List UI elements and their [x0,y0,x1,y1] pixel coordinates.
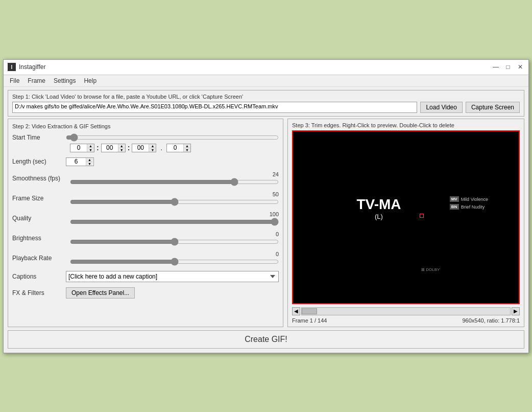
smoothness-slider[interactable] [70,178,279,186]
playback-row: Playback Rate 0 [12,251,279,266]
time-minutes-input[interactable] [102,144,118,152]
title-bar: I Instagiffer — □ ✕ [4,60,528,75]
tv-ma-rating: TV-MA [356,196,401,213]
tv-ma-label: TV-MA (L) [356,196,401,221]
time-seconds-input[interactable] [132,144,149,152]
brightness-row: Brightness 0 [12,231,279,246]
frame-size-value: 50 [70,191,279,197]
time-ms-spin: ▲ ▼ [166,144,191,152]
badge-mv-code: MV [450,196,459,202]
start-time-label: Start Time [12,134,66,141]
dot-separator: . [158,144,164,152]
scroll-left-button[interactable]: ◀ [292,307,300,315]
minimize-button[interactable]: — [492,63,500,71]
menu-help[interactable]: Help [80,76,101,85]
scrollbar-track[interactable] [301,307,511,315]
length-up[interactable]: ▲ [86,158,93,162]
captions-select[interactable]: [Click here to add a new caption] [66,271,279,282]
length-row: Length (sec) ▲ ▼ [12,157,279,166]
frame-size-label: Frame Size [12,195,66,202]
time-hours-input[interactable] [70,144,87,152]
menu-settings[interactable]: Settings [50,76,80,85]
load-video-button[interactable]: Load Video [420,102,463,113]
frame-size-slider-container: 50 [70,191,279,206]
step1-label: Step 1: Click 'Load Video' to browse for… [12,94,520,100]
scrollbar-thumb[interactable] [302,308,317,314]
time-minutes-down[interactable]: ▼ [118,148,125,152]
length-input[interactable] [66,158,86,166]
smoothness-slider-container: 24 [70,171,279,186]
length-down[interactable]: ▼ [86,162,93,166]
quality-slider-container: 100 [70,211,279,226]
capture-screen-button[interactable]: Capture Screen [466,102,520,113]
time-minutes-up[interactable]: ▲ [118,144,125,148]
frame-info: Frame 1 / 144 [292,317,327,324]
close-button[interactable]: ✕ [516,63,524,71]
window-title: Instagiffer [19,63,492,71]
smoothness-row: Smoothness (fps) 24 [12,171,279,186]
app-icon: I [8,63,16,71]
red-dot-marker [420,214,424,218]
badge-mv-text: Mild Violence [461,197,488,202]
right-panel: Step 3: Trim edges. Right-Click to previ… [287,119,524,327]
smoothness-label: Smoothness (fps) [12,175,66,182]
time-hours-up[interactable]: ▲ [87,144,94,148]
file-path-display: D:/v makes gifs/to be giffed/alice/We.Ar… [12,102,417,113]
video-content: TV-MA (L) MV Mild Violence BN Brief Nudi… [293,131,519,303]
smoothness-value: 24 [70,171,279,177]
rating-badges: MV Mild Violence BN Brief Nudity [450,196,488,210]
badge-bn-code: BN [450,204,459,210]
scroll-right-button[interactable]: ▶ [512,307,520,315]
captions-row: Captions [Click here to add a new captio… [12,271,279,282]
badge-bn: BN Brief Nudity [450,204,488,210]
frame-info-row: Frame 1 / 144 960x540, ratio: 1.778:1 [288,316,524,327]
quality-slider[interactable] [70,218,279,226]
time-minutes-spin: ▲ ▼ [101,144,126,152]
time-seconds-spin: ▲ ▼ [132,144,156,152]
time-seconds-up[interactable]: ▲ [149,144,156,148]
brightness-slider-container: 0 [70,231,279,246]
time-hours-spin: ▲ ▼ [70,144,94,152]
menu-frame[interactable]: Frame [23,76,50,85]
main-area: Step 2: Video Extraction & GIF Settings … [8,119,524,327]
quality-row: Quality 100 [12,211,279,226]
start-time-slider[interactable] [66,133,279,142]
tv-ma-sub: (L) [356,213,401,221]
menu-file[interactable]: File [6,76,23,85]
time-row: ▲ ▼ : ▲ ▼ : ▲ ▼ [70,144,279,152]
playback-value: 0 [70,251,279,257]
colon-2: : [128,144,130,152]
step2-label: Step 2: Video Extraction & GIF Settings [12,123,279,129]
colon-1: : [96,144,99,152]
menu-bar: File Frame Settings Help [4,75,528,87]
video-preview: TV-MA (L) MV Mild Violence BN Brief Nudi… [292,130,520,304]
playback-slider-container: 0 [70,251,279,266]
create-gif-button[interactable]: Create GIF! [8,330,524,349]
brightness-slider[interactable] [70,238,279,246]
bottom-area: Create GIF! [8,330,524,349]
length-spin: ▲ ▼ [66,157,94,166]
brightness-label: Brightness [12,235,66,242]
captions-label: Captions [12,273,66,280]
quality-label: Quality [12,215,66,222]
frame-size-row: Frame Size 50 [12,191,279,206]
open-effects-button[interactable]: Open Effects Panel... [66,287,135,299]
step1-area: Step 1: Click 'Load Video' to browse for… [8,90,524,117]
brightness-value: 0 [70,231,279,237]
start-time-row: Start Time [12,133,279,142]
preview-scrollbar: ◀ ▶ [292,307,520,315]
left-panel: Step 2: Video Extraction & GIF Settings … [8,119,283,327]
time-hours-down[interactable]: ▼ [87,148,94,152]
fx-label: FX & Filters [12,289,66,296]
badge-mv: MV Mild Violence [450,196,488,202]
time-ms-input[interactable] [167,144,183,152]
badge-bn-text: Brief Nudity [461,204,485,210]
playback-slider[interactable] [70,258,279,266]
frame-size-slider[interactable] [70,198,279,206]
maximize-button[interactable]: □ [504,63,512,71]
time-seconds-down[interactable]: ▼ [149,148,156,152]
time-ms-up[interactable]: ▲ [184,144,190,148]
playback-label: Playback Rate [12,255,66,262]
time-ms-down[interactable]: ▼ [184,148,190,152]
step3-label: Step 3: Trim edges. Right-Click to previ… [288,119,524,130]
